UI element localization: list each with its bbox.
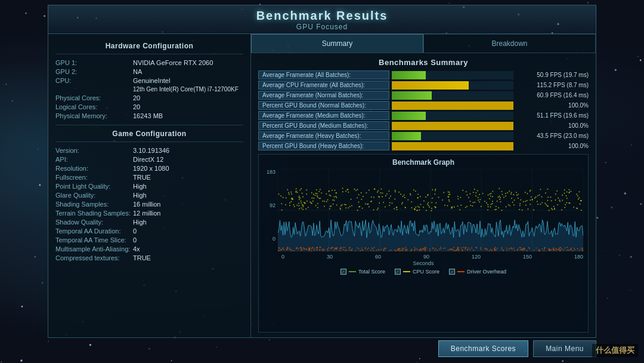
version-value: 3.10.191346 xyxy=(133,147,169,154)
shading-label: Shading Samples: xyxy=(55,201,133,208)
legend-cpu: ✓ CPU Score xyxy=(395,269,439,275)
bench-label-6: Average Framerate (Heavy Batches): xyxy=(258,131,389,140)
taa-slice-label: Temporal AA Time Slice: xyxy=(55,236,133,244)
bench-bar-0 xyxy=(392,71,426,79)
gpu1-label: GPU 1: xyxy=(55,59,133,66)
taa-slice-value: 0 xyxy=(133,236,137,244)
msaa-row: Multisample Anti-Aliasing: 4x xyxy=(55,244,243,253)
graph-area: Benchmark Graph 183 92 0 0 xyxy=(258,154,589,333)
shading-value: 16 million xyxy=(133,201,160,208)
glare-value: High xyxy=(133,192,147,199)
bench-label-3: Percent GPU Bound (Normal Batches): xyxy=(258,101,389,110)
watermark: 什么值得买 xyxy=(592,344,638,357)
right-panel: Summary Breakdown Benchmarks Summary Ave… xyxy=(251,34,596,337)
point-light-row: Point Light Quality: High xyxy=(55,182,243,190)
header-subtitle: GPU Focused xyxy=(48,23,596,31)
gpu1-row: GPU 1: NVIDIA GeForce RTX 2060 xyxy=(55,58,243,67)
physical-cores-row: Physical Cores: 20 xyxy=(55,93,243,102)
bench-value-4: 51.1 FPS (19.6 ms) xyxy=(517,112,589,119)
compressed-row: Compressed textures: TRUE xyxy=(55,253,243,262)
logical-cores-label: Logical Cores: xyxy=(55,103,133,110)
legend-label-total: Total Score xyxy=(358,269,385,275)
fullscreen-row: Fullscreen: TRUE xyxy=(55,173,243,182)
bench-value-0: 50.9 FPS (19.7 ms) xyxy=(517,72,589,78)
gpu2-value: NA xyxy=(133,68,142,75)
legend-label-cpu: CPU Score xyxy=(413,269,439,275)
msaa-value: 4x xyxy=(133,245,140,253)
bench-label-4: Average Framerate (Medium Batches): xyxy=(258,111,389,120)
bench-bar-7 xyxy=(392,142,513,150)
left-panel: Hardware Configuration GPU 1: NVIDIA GeF… xyxy=(48,34,251,337)
bench-bar-5 xyxy=(392,122,513,130)
taa-duration-label: Temporal AA Duration: xyxy=(55,227,133,235)
y-mid: 92 xyxy=(264,202,275,208)
bench-bar-container-4 xyxy=(392,112,513,120)
graph-legend: ✓ Total Score ✓ CPU Score ✓ Drive xyxy=(264,269,583,275)
bench-bar-container-2 xyxy=(392,91,513,100)
legend-checkbox-cpu[interactable]: ✓ xyxy=(395,269,401,275)
y-min: 0 xyxy=(264,236,275,242)
memory-label: Physical Memory: xyxy=(55,112,133,119)
bench-row-4: Average Framerate (Medium Batches): 51.1… xyxy=(258,111,589,120)
cpu-label: CPU: xyxy=(55,77,133,84)
shadow-row: Shadow Quality: High xyxy=(55,217,243,226)
summary-area: Benchmarks Summary Average Framerate (Al… xyxy=(251,53,596,337)
api-label: API: xyxy=(55,156,133,163)
legend-checkbox-driver[interactable]: ✓ xyxy=(449,269,455,275)
legend-label-driver: Driver Overhead xyxy=(467,269,506,275)
summary-title: Benchmarks Summary xyxy=(258,58,589,67)
bench-value-1: 115.2 FPS (8.7 ms) xyxy=(517,82,589,88)
bench-value-6: 43.5 FPS (23.0 ms) xyxy=(517,133,589,139)
bench-label-2: Average Framerate (Normal Batches): xyxy=(258,91,389,100)
x-label-3: 90 xyxy=(423,254,429,260)
cpu-detail-row: 12th Gen Intel(R) Core(TM) i7-12700KF xyxy=(55,85,243,93)
game-section-header: Game Configuration xyxy=(55,128,243,142)
section-divider: Game Configuration xyxy=(55,125,243,142)
main-menu-button[interactable]: Main Menu xyxy=(533,340,596,357)
x-label-2: 60 xyxy=(375,254,381,260)
bench-value-7: 100.0% xyxy=(517,143,589,149)
bench-row-7: Percent GPU Bound (Heavy Batches): 100.0… xyxy=(258,141,589,150)
resolution-row: Resolution: 1920 x 1080 xyxy=(55,164,243,173)
y-axis: 183 92 0 xyxy=(264,169,278,253)
terrain-value: 12 million xyxy=(133,210,160,217)
cpu-value: GenuineIntel xyxy=(133,77,170,84)
tab-summary[interactable]: Summary xyxy=(251,34,423,53)
memory-value: 16243 MB xyxy=(133,112,163,119)
bench-row-3: Percent GPU Bound (Normal Batches): 100.… xyxy=(258,101,589,110)
hardware-section-header: Hardware Configuration xyxy=(55,40,243,54)
cpu-detail-label xyxy=(55,86,133,93)
graph-title: Benchmark Graph xyxy=(264,158,583,167)
content-area: Hardware Configuration GPU 1: NVIDIA GeF… xyxy=(48,33,596,338)
benchmark-scores-button[interactable]: Benchmark Scores xyxy=(438,340,528,357)
api-row: API: DirectX 12 xyxy=(55,155,243,164)
bench-row-1: Average CPU Framerate (All Batches): 115… xyxy=(258,81,589,90)
bench-label-1: Average CPU Framerate (All Batches): xyxy=(258,81,389,90)
x-label-5: 150 xyxy=(523,254,532,260)
bench-bar-1 xyxy=(392,81,469,90)
shading-row: Shading Samples: 16 million xyxy=(55,199,243,208)
bench-bar-6 xyxy=(392,132,421,140)
fullscreen-label: Fullscreen: xyxy=(55,174,133,181)
shadow-label: Shadow Quality: xyxy=(55,219,133,226)
bench-value-2: 60.9 FPS (16.4 ms) xyxy=(517,92,589,99)
bench-bar-container-3 xyxy=(392,101,513,110)
legend-checkbox-total[interactable]: ✓ xyxy=(340,269,346,275)
x-label-0: 0 xyxy=(281,254,284,260)
footer: Benchmark Scores Main Menu xyxy=(48,338,596,358)
tab-breakdown[interactable]: Breakdown xyxy=(423,34,596,53)
physical-cores-label: Physical Cores: xyxy=(55,94,133,101)
bench-bar-3 xyxy=(392,101,513,110)
bench-bar-container-5 xyxy=(392,122,513,130)
taa-duration-value: 0 xyxy=(133,227,137,235)
bench-bar-container-1 xyxy=(392,81,513,90)
cpu-row: CPU: GenuineIntel xyxy=(55,76,243,85)
glare-row: Glare Quality: High xyxy=(55,190,243,199)
point-light-value: High xyxy=(133,183,147,190)
bench-bar-container-6 xyxy=(392,132,513,140)
bench-label-5: Percent GPU Bound (Medium Batches): xyxy=(258,121,389,130)
x-label-4: 120 xyxy=(472,254,481,260)
fullscreen-value: TRUE xyxy=(133,174,151,181)
y-max: 183 xyxy=(264,169,275,175)
bench-row-2: Average Framerate (Normal Batches): 60.9… xyxy=(258,91,589,100)
